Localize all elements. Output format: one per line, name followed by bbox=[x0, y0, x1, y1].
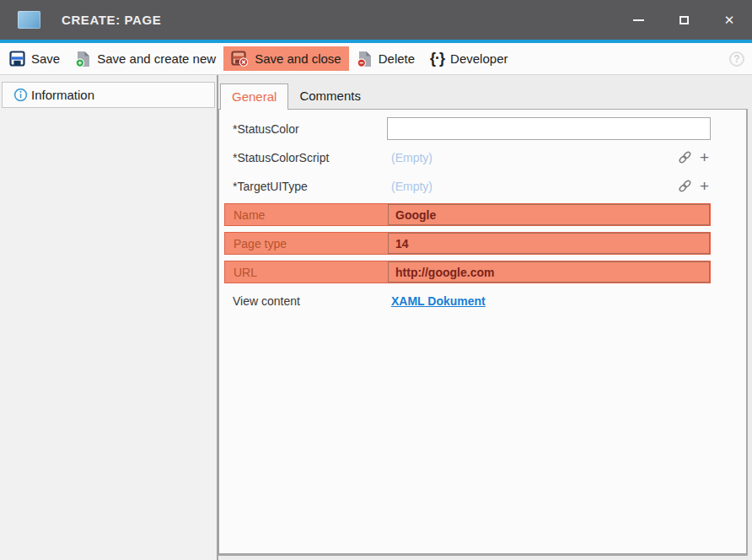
minimize-icon bbox=[633, 19, 644, 21]
add-record-icon[interactable]: + bbox=[700, 149, 709, 165]
field-label-statuscolor: *StatusColor bbox=[224, 122, 387, 136]
close-icon: ✕ bbox=[724, 13, 735, 26]
targetuitype-lookup[interactable]: (Empty) + bbox=[387, 175, 711, 197]
tab-comments[interactable]: Comments bbox=[288, 83, 372, 110]
form-row-statuscolor: *StatusColor bbox=[224, 117, 711, 140]
save-and-create-new-button[interactable]: Save and create new bbox=[67, 46, 223, 72]
field-label-statuscolorscript: *StatusColorScript bbox=[224, 151, 387, 164]
developer-button[interactable]: {·} Developer bbox=[422, 46, 515, 72]
app-icon bbox=[18, 11, 40, 29]
developer-label: Developer bbox=[450, 51, 508, 66]
content-area: Information General Comments *StatusColo… bbox=[0, 75, 752, 560]
add-record-icon[interactable]: + bbox=[700, 178, 709, 194]
form-row-url: URL http://google.com bbox=[224, 261, 711, 283]
form-row-statuscolorscript: *StatusColorScript (Empty) bbox=[224, 146, 711, 169]
field-label-page-type: Page type bbox=[225, 237, 388, 250]
title-bar: CREATE: PAGE ✕ bbox=[0, 0, 752, 40]
link-record-icon[interactable] bbox=[678, 150, 692, 164]
window: CREATE: PAGE ✕ Save bbox=[0, 0, 752, 560]
save-floppy-icon bbox=[9, 51, 25, 67]
tab-general[interactable]: General bbox=[220, 83, 288, 110]
document-remove-icon bbox=[357, 51, 373, 67]
save-button[interactable]: Save bbox=[2, 46, 67, 71]
form-row-page-type: Page type 14 bbox=[224, 232, 711, 255]
minimize-button[interactable] bbox=[615, 0, 661, 40]
field-label-name: Name bbox=[225, 208, 388, 222]
save-and-close-button[interactable]: Save and close bbox=[223, 46, 349, 71]
tab-bar: General Comments bbox=[218, 75, 752, 109]
save-and-create-new-label: Save and create new bbox=[97, 51, 216, 66]
info-icon bbox=[13, 88, 28, 102]
name-input[interactable]: Google bbox=[388, 204, 710, 225]
maximize-button[interactable] bbox=[661, 0, 706, 40]
link-record-icon[interactable] bbox=[678, 179, 692, 193]
field-label-url: URL bbox=[225, 266, 388, 279]
statuscolor-input[interactable] bbox=[387, 117, 711, 140]
close-button[interactable]: ✕ bbox=[706, 0, 752, 40]
save-label: Save bbox=[31, 51, 60, 66]
statuscolorscript-lookup[interactable]: (Empty) + bbox=[387, 146, 711, 169]
main-area: General Comments *StatusColor *StatusCol… bbox=[217, 75, 752, 560]
lookup-actions: + bbox=[678, 149, 711, 165]
window-title: CREATE: PAGE bbox=[62, 13, 161, 27]
document-add-icon bbox=[75, 51, 91, 67]
delete-label: Delete bbox=[379, 51, 415, 66]
sidebar-item-information[interactable]: Information bbox=[2, 82, 215, 108]
form-row-view-content: View content XAML Dokument bbox=[224, 289, 711, 312]
page-type-input[interactable]: 14 bbox=[388, 233, 710, 254]
window-controls: ✕ bbox=[615, 0, 752, 40]
sidebar: Information bbox=[0, 75, 217, 560]
form-row-name: Name Google bbox=[224, 203, 711, 226]
page-type-value: 14 bbox=[395, 237, 409, 250]
targetuitype-empty-value: (Empty) bbox=[387, 180, 432, 193]
sidebar-item-label: Information bbox=[31, 88, 94, 102]
url-input[interactable]: http://google.com bbox=[388, 261, 710, 283]
save-close-floppy-icon bbox=[231, 51, 249, 67]
url-value: http://google.com bbox=[395, 266, 494, 279]
name-value: Google bbox=[395, 208, 436, 222]
field-label-targetuitype: *TargetUIType bbox=[224, 180, 387, 193]
lookup-actions: + bbox=[678, 178, 711, 194]
maximize-icon bbox=[679, 16, 689, 24]
statuscolorscript-empty-value: (Empty) bbox=[387, 151, 432, 164]
help-icon[interactable]: ? bbox=[729, 51, 744, 67]
save-and-close-label: Save and close bbox=[255, 51, 341, 66]
delete-button[interactable]: Delete bbox=[349, 46, 422, 72]
field-label-view-content: View content bbox=[224, 294, 387, 308]
form-row-targetuitype: *TargetUIType (Empty) bbox=[224, 175, 711, 197]
code-braces-icon: {·} bbox=[430, 50, 444, 67]
form-panel: *StatusColor *StatusColorScript (Empty) bbox=[218, 109, 748, 556]
xaml-document-link[interactable]: XAML Dokument bbox=[387, 294, 486, 308]
toolbar: Save Save and create new bbox=[0, 43, 752, 75]
